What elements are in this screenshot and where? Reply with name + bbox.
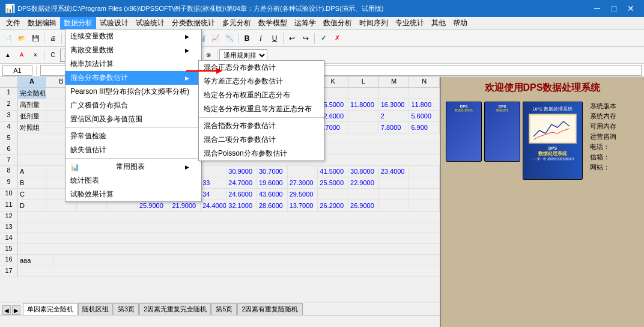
menu-item-prob[interactable]: 概率加法计算 bbox=[65, 57, 201, 71]
menu-multivariate[interactable]: 多元分析 bbox=[219, 17, 255, 29]
submenu-item-given-weight-equal[interactable]: 给定各分布权重且等方差正态分布 bbox=[199, 102, 324, 116]
tab-2factor-norepeat[interactable]: 2因素无重复完全随机 bbox=[139, 303, 211, 315]
cell[interactable]: 6.900 bbox=[409, 122, 440, 133]
menu-special-stats[interactable]: 专业统计 bbox=[392, 17, 428, 29]
tb2-btn2[interactable]: A bbox=[15, 49, 28, 62]
cell[interactable]: 26.9000 bbox=[348, 200, 379, 211]
tab-2factor-repeat[interactable]: 2因素有重复随随机 bbox=[237, 303, 302, 315]
cell[interactable] bbox=[201, 166, 226, 177]
submenu-item-poisson[interactable]: 混合Poisson分布参数估计 bbox=[199, 147, 324, 160]
cell[interactable]: 41.5000 bbox=[318, 166, 348, 177]
col-header-n[interactable]: N bbox=[409, 77, 440, 87]
col-header-m[interactable]: M bbox=[379, 77, 410, 87]
menu-item-experiment-calc[interactable]: 试验效果计算 bbox=[65, 188, 201, 201]
cell[interactable]: A bbox=[18, 166, 46, 177]
cell[interactable] bbox=[348, 111, 379, 121]
cell[interactable]: 24.6000 bbox=[226, 189, 257, 200]
cell[interactable]: 34 bbox=[201, 189, 226, 200]
menu-help[interactable]: 帮助 bbox=[449, 17, 471, 29]
cell[interactable] bbox=[409, 200, 440, 211]
menu-math-model[interactable]: 数学模型 bbox=[255, 17, 291, 29]
cell[interactable]: 26.2000 bbox=[318, 200, 348, 211]
bold-button[interactable]: B bbox=[240, 32, 254, 45]
cell[interactable]: 完全随机 bbox=[18, 88, 46, 99]
cell[interactable] bbox=[348, 88, 379, 99]
cell[interactable]: 11.8000 bbox=[348, 99, 379, 110]
redo-button[interactable]: ↪ bbox=[299, 32, 312, 45]
select-button[interactable]: ✓ bbox=[317, 32, 330, 45]
cell[interactable]: 13.7000 bbox=[288, 200, 318, 211]
cell[interactable] bbox=[379, 88, 410, 99]
menu-item-pearson[interactable]: Pearson III型分布拟合(水文频率分析) bbox=[65, 85, 201, 99]
data-analysis-dropdown[interactable]: 连续变量数据 离散变量数据 概率加法计算 混合分布参数估计 Pearson II… bbox=[65, 29, 202, 202]
cell-ref-input[interactable] bbox=[2, 65, 32, 76]
cell[interactable]: 对照组 bbox=[18, 122, 46, 133]
tb2-btn1[interactable]: ▲ bbox=[1, 49, 14, 62]
cell[interactable] bbox=[409, 88, 440, 99]
cell[interactable]: B bbox=[18, 177, 46, 188]
col-header-a[interactable]: A bbox=[18, 77, 46, 87]
cell[interactable]: 7.8000 bbox=[379, 122, 410, 133]
cell[interactable]: 32.1000 bbox=[226, 200, 257, 211]
submenu-item-binomial[interactable]: 混合二项分布参数估计 bbox=[199, 133, 324, 147]
menu-item-gev[interactable]: 广义极值分布拟合 bbox=[65, 99, 201, 112]
underline-button[interactable]: U bbox=[268, 32, 281, 45]
chart3-button[interactable]: 📉 bbox=[223, 32, 236, 45]
cell[interactable]: 23.4000 bbox=[379, 166, 410, 177]
cell[interactable]: C bbox=[18, 189, 46, 200]
cell[interactable]: 5.6000 bbox=[409, 111, 440, 121]
cell[interactable]: aaa bbox=[18, 255, 54, 266]
cell[interactable] bbox=[379, 200, 410, 211]
menu-other[interactable]: 其他 bbox=[428, 17, 449, 29]
cell[interactable]: 高剂量 bbox=[18, 99, 46, 110]
italic-button[interactable]: I bbox=[254, 32, 267, 45]
menu-file[interactable]: 文件 bbox=[2, 17, 24, 29]
cell[interactable] bbox=[409, 166, 440, 177]
submenu-item-given-weight[interactable]: 给定各分布权重的正态分布 bbox=[199, 88, 324, 102]
menu-item-ci[interactable]: 置信区间及参考值范围 bbox=[65, 112, 201, 126]
cell[interactable]: D bbox=[18, 200, 46, 211]
menu-data-edit[interactable]: 数据编辑 bbox=[24, 17, 60, 29]
print-button[interactable]: 🖨 bbox=[46, 32, 59, 45]
cell[interactable] bbox=[318, 189, 348, 200]
cell[interactable]: 27.3000 bbox=[288, 177, 318, 188]
menu-experiment-design[interactable]: 试验设计 bbox=[96, 17, 132, 29]
cell[interactable] bbox=[379, 189, 410, 200]
tab-single-random[interactable]: 单因素完全随机 bbox=[23, 303, 77, 315]
col-header-l[interactable]: L bbox=[348, 77, 379, 87]
cell[interactable]: 19.6000 bbox=[257, 177, 288, 188]
cell[interactable]: 29.5000 bbox=[288, 189, 318, 200]
cell[interactable]: 43.6000 bbox=[257, 189, 288, 200]
cell[interactable]: 28.6000 bbox=[257, 200, 288, 211]
cell[interactable]: 33 bbox=[201, 177, 226, 188]
menu-item-missing[interactable]: 缺失值估计 bbox=[65, 143, 201, 157]
menu-timeseries[interactable]: 时间序列 bbox=[356, 17, 392, 29]
cell[interactable] bbox=[288, 166, 318, 177]
menu-data-analysis[interactable]: 数据分析 bbox=[60, 17, 96, 29]
submenu-item-equal-var[interactable]: 等方差正态分布参数估计 bbox=[199, 75, 324, 88]
menu-item-charts[interactable]: 📊常用图表 bbox=[65, 160, 201, 174]
menu-categorical-stats[interactable]: 分类数据统计 bbox=[168, 17, 219, 29]
cell[interactable]: 30.9000 bbox=[226, 166, 257, 177]
mixed-dist-submenu[interactable]: 混合正态分布参数估计 等方差正态分布参数估计 给定各分布权重的正态分布 给定各分… bbox=[198, 60, 324, 161]
save-button[interactable]: 💾 bbox=[29, 32, 42, 45]
cell[interactable]: 30.7000 bbox=[257, 166, 288, 177]
tb2-btn4[interactable]: C bbox=[46, 49, 59, 62]
submenu-item-normal[interactable]: 混合正态分布参数估计 bbox=[199, 61, 324, 75]
cell[interactable]: 22.9000 bbox=[348, 177, 379, 188]
cell[interactable] bbox=[409, 177, 440, 188]
tab-page5[interactable]: 第5页 bbox=[211, 303, 237, 315]
tab-scroll-left[interactable]: ◀ bbox=[2, 305, 11, 315]
cell[interactable] bbox=[348, 122, 379, 133]
close-button[interactable]: ✕ bbox=[622, 0, 639, 17]
cell[interactable] bbox=[379, 177, 410, 188]
menu-numerical[interactable]: 数值分析 bbox=[320, 17, 356, 29]
menu-item-continuous[interactable]: 连续变量数据 bbox=[65, 29, 201, 43]
cell[interactable]: 24.7000 bbox=[226, 177, 257, 188]
menu-item-outlier[interactable]: 异常值检验 bbox=[65, 129, 201, 143]
new-button[interactable]: 📄 bbox=[1, 32, 14, 45]
submenu-item-exp[interactable]: 混合指数分布参数估计 bbox=[199, 119, 324, 133]
cell[interactable]: 11.800 bbox=[409, 99, 440, 110]
cell[interactable]: 16.3000 bbox=[379, 99, 410, 110]
tab-scroll-right[interactable]: ▶ bbox=[12, 305, 20, 315]
